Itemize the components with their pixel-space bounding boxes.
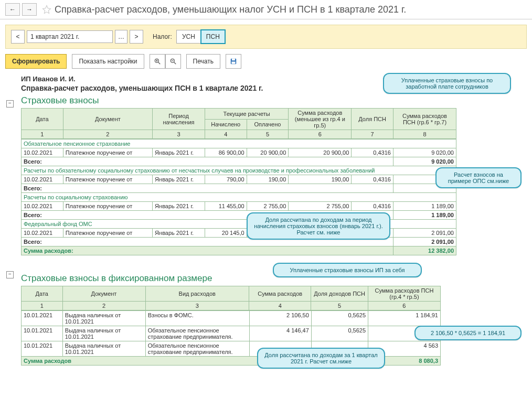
svg-rect-9 [231, 62, 235, 64]
svg-rect-8 [232, 59, 235, 61]
period-next-button[interactable]: > [130, 30, 143, 44]
callout-2: Расчет взносов на примере ОПС см.ниже [435, 167, 522, 188]
callout-5: 2 106,50 * 0,5625 = 1 184,91 [414, 326, 522, 340]
tax-label: Налог: [153, 33, 172, 40]
section1-title: Страховые взносы [21, 95, 511, 106]
callout-6: Доля рассчитана по доходам за 1 квартал … [257, 348, 385, 369]
callout-4: Уплаченные страховые взносы ИП за себя [273, 263, 422, 277]
favorite-star-icon[interactable] [42, 5, 51, 14]
show-settings-button[interactable]: Показать настройки [72, 54, 144, 69]
nav-forward-button[interactable]: → [22, 3, 37, 16]
callout-1: Уплаченные страховые взносы по заработно… [383, 73, 511, 94]
tab-usn[interactable]: УСН [176, 30, 201, 44]
zoom-in-icon[interactable] [150, 54, 165, 69]
table-fixed: Дата Документ Вид расходов Сумма расходо… [21, 286, 441, 310]
period-input[interactable]: 1 квартал 2021 г. [27, 30, 113, 43]
tab-psn[interactable]: ПСН [200, 29, 226, 44]
svg-line-1 [158, 62, 160, 65]
zoom-out-icon[interactable] [165, 54, 181, 69]
print-button[interactable]: Печать [186, 54, 220, 69]
table-insurance-body: Обязательное пенсионное страхование10.02… [21, 139, 456, 255]
period-toolbar: < 1 квартал 2021 г. … > Налог: УСН ПСН [5, 25, 527, 49]
tree-toggle[interactable]: − [6, 100, 14, 108]
save-icon[interactable] [226, 54, 241, 69]
period-prev-button[interactable]: < [11, 30, 25, 44]
table-insurance: Дата Документ Период начисления Текущие … [21, 108, 456, 139]
section2-title: Страховые взносы в фиксированном размере [21, 273, 511, 284]
callout-3: Доля рассчитана по доходам за период нач… [247, 212, 390, 240]
page-title: Справка-расчет расходов, уменьшающих нал… [55, 4, 406, 15]
nav-back-button[interactable]: ← [5, 3, 20, 16]
svg-line-5 [174, 62, 176, 65]
form-button[interactable]: Сформировать [5, 54, 67, 69]
period-select-button[interactable]: … [115, 30, 127, 44]
tree-toggle-2[interactable]: − [6, 271, 14, 278]
